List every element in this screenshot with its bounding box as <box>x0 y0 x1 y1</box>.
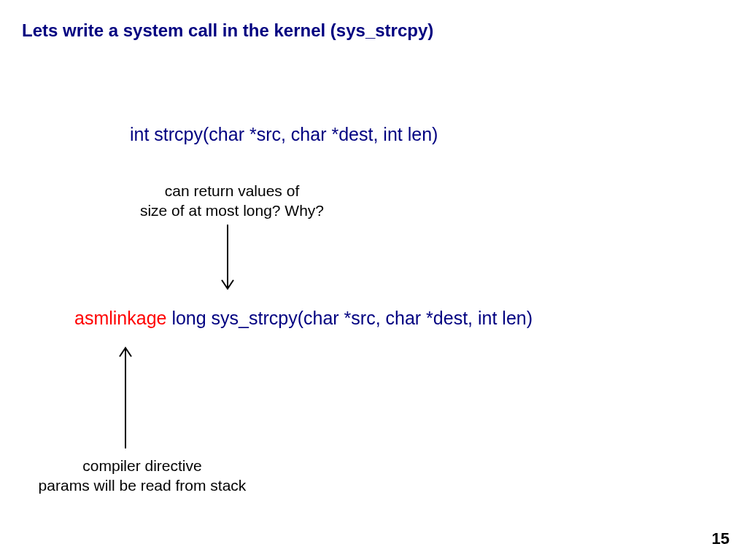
arrow-down-icon <box>219 225 236 298</box>
annotation-return-line2: size of at most long? Why? <box>140 202 324 219</box>
function-signature: int strcpy(char *src, char *dest, int le… <box>130 124 438 145</box>
annotation-return-values: can return values of size of at most lon… <box>130 181 334 221</box>
arrow-up-icon <box>117 339 134 448</box>
syscall-signature: asmlinkage long sys_strcpy(char *src, ch… <box>74 308 533 329</box>
annotation-compiler-line2: params will be read from stack <box>39 477 247 494</box>
annotation-compiler-line1: compiler directive <box>82 457 201 474</box>
slide-title: Lets write a system call in the kernel (… <box>22 20 433 41</box>
syscall-rest: long sys_strcpy(char *src, char *dest, i… <box>166 308 533 328</box>
page-number: 15 <box>712 529 729 548</box>
annotation-return-line1: can return values of <box>165 182 299 199</box>
annotation-compiler-directive: compiler directive params will be read f… <box>22 456 263 496</box>
syscall-asmlinkage: asmlinkage <box>74 308 166 328</box>
